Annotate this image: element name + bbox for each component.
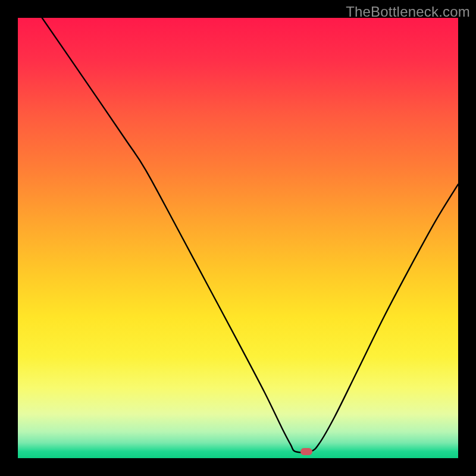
- stage: TheBottleneck.com: [0, 0, 476, 476]
- optimum-marker: [300, 448, 312, 455]
- chart-area: [18, 18, 458, 458]
- bottleneck-curve: [18, 18, 458, 458]
